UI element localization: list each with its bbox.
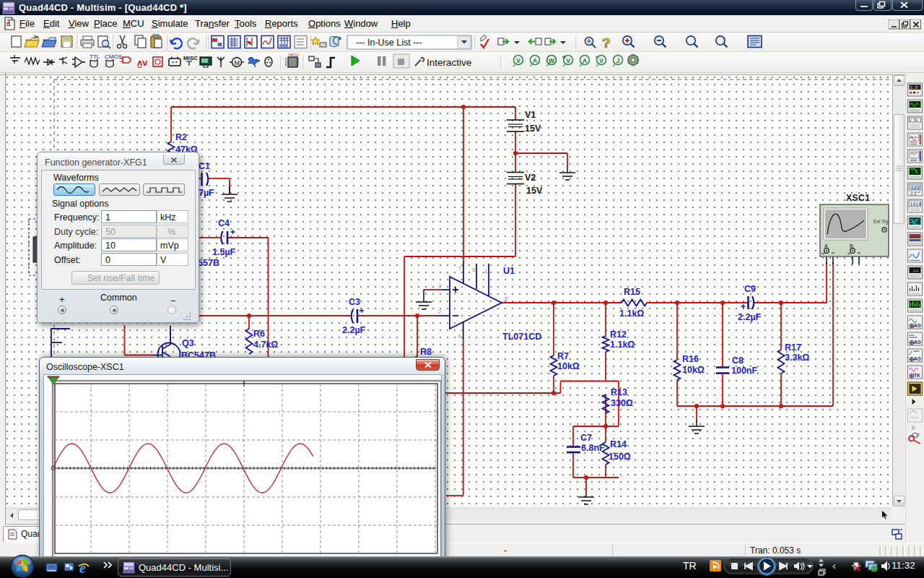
svg-text:e: e [79, 560, 86, 576]
